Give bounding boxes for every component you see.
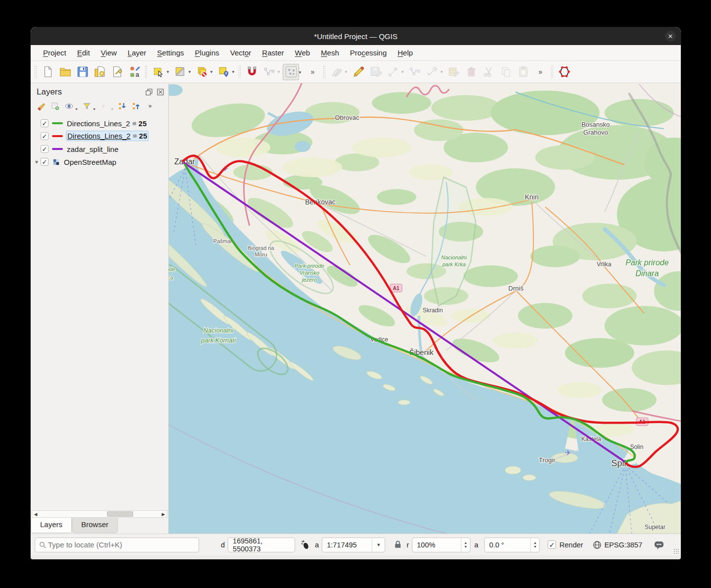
hscroll-right-arrow[interactable]: ▶ — [160, 511, 167, 517]
lock-scale-icon[interactable] — [393, 540, 403, 549]
menu-web[interactable]: Web — [290, 46, 316, 59]
expand-all-button[interactable] — [116, 100, 129, 112]
spinner-arrows[interactable]: ▲▼ — [530, 538, 539, 552]
hscroll-thumb[interactable] — [107, 511, 134, 517]
panel-overflow-button[interactable]: » — [144, 100, 156, 112]
add-group-button[interactable] — [49, 100, 61, 112]
panel-float-icon[interactable] — [145, 88, 153, 97]
panel-close-icon[interactable] — [156, 88, 164, 97]
layer-expander-icon[interactable]: ▼ — [33, 159, 41, 165]
dropdown-caret-icon[interactable]: ▼ — [231, 70, 235, 74]
menu-vector[interactable]: Vector — [225, 46, 257, 59]
layer-row-directions_lines_2[interactable]: ✓Directions_Lines_225 — [31, 117, 168, 130]
layer-name[interactable]: Directions_Lines_2 — [67, 119, 130, 128]
open-project-button[interactable] — [57, 64, 73, 80]
layer-name[interactable]: zadar_split_line — [67, 145, 118, 153]
map-tool-dots-button[interactable]: ▼ — [283, 64, 299, 80]
map-canvas[interactable]: ZadarObrovacBosanskoGrahovoBenkovacKninP… — [169, 83, 681, 534]
chevron-down-icon[interactable]: ▼ — [372, 538, 385, 552]
dropdown-caret-icon[interactable]: ▼ — [75, 107, 78, 111]
menu-mesh[interactable]: Mesh — [315, 46, 345, 59]
dropdown-caret-icon[interactable]: ▼ — [209, 70, 213, 74]
new-project-button[interactable] — [40, 64, 56, 80]
mouse-position-tracking-icon[interactable] — [300, 539, 311, 550]
dropdown-caret-icon[interactable]: ▼ — [401, 70, 405, 74]
dropdown-caret-icon[interactable]: ▼ — [188, 70, 192, 74]
layer-row-zadar_split_line[interactable]: ✓zadar_split_line — [31, 143, 168, 155]
messages-icon[interactable] — [653, 539, 665, 551]
render-label: Render — [559, 541, 583, 549]
toolbar-overflow-button[interactable]: » — [305, 64, 321, 80]
memory-layer-indicator-icon[interactable] — [131, 132, 139, 140]
layer-row-openstreetmap[interactable]: ▼✓OpenStreetMap — [31, 155, 168, 168]
spinner-arrows[interactable]: ▲▼ — [461, 538, 470, 552]
magnifier-spinbox[interactable]: 100% ▲▼ — [412, 538, 470, 552]
render-toggle[interactable]: ✓ Render — [548, 540, 583, 549]
style-manager-button[interactable]: a — [126, 64, 143, 80]
toolbar-handle[interactable] — [145, 65, 148, 78]
deselect-features-button[interactable]: ▼ — [194, 64, 210, 80]
dropdown-caret-icon[interactable]: ▼ — [277, 70, 281, 74]
select-features-by-value-icon — [174, 65, 187, 78]
filter-legend-button[interactable]: ▼ — [80, 100, 93, 112]
select-features-button[interactable]: ▼ — [150, 64, 166, 80]
dropdown-caret-icon[interactable]: ▼ — [110, 107, 114, 111]
dropdown-caret-icon[interactable]: ▼ — [298, 70, 302, 75]
toolbar-handle[interactable] — [551, 65, 554, 78]
menu-edit[interactable]: Edit — [72, 46, 96, 59]
locator-search[interactable] — [35, 538, 199, 552]
close-icon[interactable]: ✕ — [665, 31, 676, 42]
layer-visibility-checkbox[interactable]: ✓ — [41, 119, 49, 127]
layer-visibility-checkbox[interactable]: ✓ — [41, 132, 49, 140]
coordinate-box[interactable]: 1695861, 5500373 — [228, 538, 295, 552]
paste-features-button — [515, 64, 531, 80]
collapse-all-button[interactable] — [130, 100, 143, 112]
manage-map-themes-button[interactable]: ▼ — [62, 100, 75, 112]
toolbar-handle[interactable] — [238, 65, 242, 78]
dropdown-caret-icon[interactable]: ▼ — [344, 70, 348, 74]
digitize-line-button: ▼ — [385, 64, 401, 80]
menu-help[interactable]: Help — [392, 46, 418, 59]
toolbar-overflow-button[interactable]: » — [532, 64, 549, 80]
memory-layer-indicator-icon[interactable] — [131, 120, 138, 127]
menu-raster[interactable]: Raster — [256, 46, 289, 59]
title-bar[interactable]: *Untitled Project — QGIS ✕ — [31, 27, 681, 45]
select-by-location-button[interactable]: ▼ — [215, 64, 232, 80]
rotation-spinbox[interactable]: 0.0 ° ▲▼ — [484, 538, 540, 552]
layer-name[interactable]: Directions_Lines_2 — [67, 132, 131, 140]
paste-features-icon — [517, 65, 530, 78]
toolbar-handle[interactable] — [34, 65, 38, 78]
dock-tab-layers[interactable]: Layers — [31, 518, 72, 533]
layers-panel-hscrollbar[interactable]: ◀ ▶ — [32, 510, 167, 518]
locator-input[interactable] — [47, 540, 186, 549]
menu-settings[interactable]: Settings — [152, 46, 189, 59]
new-print-layout-button[interactable] — [92, 64, 108, 80]
menu-layer[interactable]: Layer — [122, 46, 152, 59]
layer-name[interactable]: OpenStreetMap — [64, 158, 116, 166]
snapping-magnet-button[interactable] — [244, 64, 260, 80]
dock-tab-browser[interactable]: Browser — [72, 518, 118, 533]
render-checkbox[interactable]: ✓ — [548, 540, 556, 549]
toolbar-handle[interactable] — [323, 65, 326, 78]
layout-manager-button[interactable] — [109, 64, 125, 80]
hscroll-left-arrow[interactable]: ◀ — [32, 511, 39, 517]
resize-grip[interactable] — [673, 548, 679, 554]
toggle-editing-button[interactable] — [350, 64, 366, 80]
layer-visibility-checkbox[interactable]: ✓ — [41, 158, 49, 166]
dropdown-caret-icon[interactable]: ▼ — [166, 70, 170, 74]
select-features-by-value-button[interactable]: ▼ — [172, 64, 188, 80]
dropdown-caret-icon[interactable]: ▼ — [93, 107, 96, 111]
map-label: Vrlika — [597, 261, 611, 268]
scale-combo[interactable]: 1:717495 ▼ — [322, 538, 385, 552]
menu-project[interactable]: Project — [38, 46, 72, 59]
save-project-button[interactable] — [74, 64, 91, 80]
dropdown-caret-icon[interactable]: ▼ — [440, 70, 444, 74]
menu-processing[interactable]: Processing — [345, 46, 392, 59]
crs-status[interactable]: EPSG:3857 — [592, 540, 643, 550]
layer-row-directions_lines_2[interactable]: ✓Directions_Lines_225 — [31, 130, 168, 143]
shape-digitizing-button[interactable] — [556, 64, 572, 80]
layer-visibility-checkbox[interactable]: ✓ — [41, 145, 49, 153]
menu-plugins[interactable]: Plugins — [190, 46, 225, 59]
open-layer-styling-button[interactable] — [35, 100, 48, 112]
menu-view[interactable]: View — [96, 46, 122, 59]
